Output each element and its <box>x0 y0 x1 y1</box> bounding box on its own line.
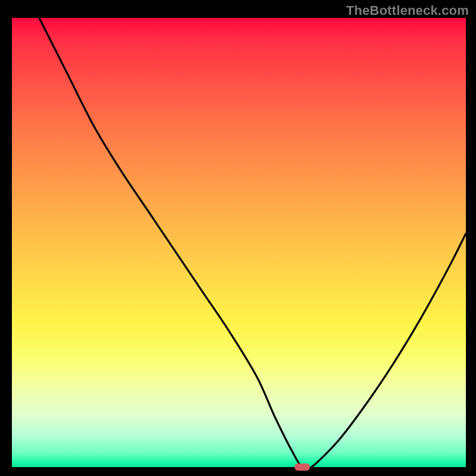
watermark-text: TheBottleneck.com <box>346 3 469 18</box>
chart-frame: TheBottleneck.com <box>0 0 476 476</box>
plot-area <box>12 18 466 467</box>
optimal-point-marker <box>295 464 310 471</box>
bottleneck-curve <box>12 18 466 467</box>
